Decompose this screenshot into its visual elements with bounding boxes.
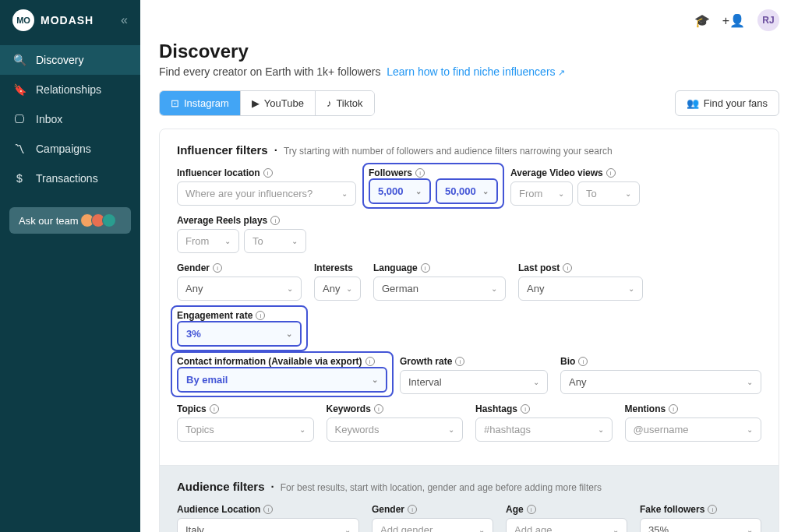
last-post-select[interactable]: Any⌄ <box>518 277 643 301</box>
collapse-sidebar-icon[interactable]: « <box>121 13 128 27</box>
chevron-down-icon: ⌄ <box>747 378 753 386</box>
sidebar-item-transactions[interactable]: $ Transactions <box>0 164 140 193</box>
find-fans-button[interactable]: 👥 Find your fans <box>675 90 779 116</box>
info-icon[interactable]: i <box>415 168 425 178</box>
field-topics: Topicsi Topics⌄ <box>177 403 314 442</box>
section-title: Influencer filters· Try starting with nu… <box>177 143 761 157</box>
chevron-down-icon: ⌄ <box>291 237 298 245</box>
info-icon[interactable]: i <box>521 404 530 414</box>
brand-name: MODASH <box>41 14 94 26</box>
field-contact-info: Contact information (Available via expor… <box>177 356 387 394</box>
search-icon: 🔍 <box>12 53 26 67</box>
info-icon[interactable]: i <box>270 216 280 225</box>
ask-team-label: Ask our team <box>19 215 79 227</box>
logo[interactable]: MO MODASH <box>12 9 94 31</box>
field-last-post: Last posti Any⌄ <box>518 262 643 301</box>
info-icon[interactable]: i <box>563 263 572 273</box>
ask-team-button[interactable]: Ask our team <box>9 207 131 234</box>
tab-label: Tiktok <box>336 97 362 109</box>
logo-icon: MO <box>12 9 34 31</box>
info-icon[interactable]: i <box>210 404 219 414</box>
field-audience-location: Audience Locationi Italy⌄ <box>177 504 359 532</box>
sidebar-item-discovery[interactable]: 🔍 Discovery <box>0 45 140 75</box>
info-icon[interactable]: i <box>669 404 678 414</box>
subtitle-text: Find every creator on Earth with 1k+ fol… <box>159 65 380 78</box>
info-icon[interactable]: i <box>527 505 536 514</box>
tab-instagram[interactable]: ⊡ Instagram <box>160 91 241 115</box>
field-influencer-location: Influencer locationi Where are your infl… <box>177 167 356 206</box>
fake-followers-select[interactable]: 35%⌄ <box>640 518 761 532</box>
chevron-down-icon: ⌄ <box>747 425 753 434</box>
page-title: Discovery <box>159 41 779 62</box>
sidebar-item-label: Inbox <box>36 113 62 125</box>
influencer-filters-section: Influencer filters· Try starting with nu… <box>160 129 779 466</box>
platform-tabs: ⊡ Instagram ▶ YouTube ♪ Tiktok <box>159 90 375 116</box>
users-icon: 👥 <box>687 97 699 109</box>
avg-video-to-select[interactable]: To⌄ <box>577 181 640 206</box>
followers-max-select[interactable]: 50,000⌄ <box>436 178 498 204</box>
team-avatars <box>83 213 116 227</box>
learn-niche-link[interactable]: Learn how to find niche influencers ↗ <box>387 65 565 78</box>
topics-select[interactable]: Topics⌄ <box>177 417 314 442</box>
bio-select[interactable]: Any⌄ <box>560 370 761 394</box>
sidebar: MO MODASH « 🔍 Discovery 🔖 Relationships … <box>0 0 140 532</box>
mentions-select[interactable]: @username⌄ <box>625 417 762 442</box>
info-icon[interactable]: i <box>455 357 464 366</box>
section-title: Audience filters· For best results, star… <box>177 480 761 493</box>
sidebar-item-label: Transactions <box>36 172 98 185</box>
chevron-down-icon: ⌄ <box>478 526 485 532</box>
tab-youtube[interactable]: ▶ YouTube <box>241 91 316 115</box>
influencer-location-select[interactable]: Where are your influencers?⌄ <box>177 181 356 206</box>
hashtags-select[interactable]: #hashtags⌄ <box>475 417 613 442</box>
info-icon[interactable]: i <box>408 505 417 514</box>
gender-select[interactable]: Any⌄ <box>177 277 302 301</box>
field-interests: Interests Any⌄ <box>314 262 361 301</box>
field-keywords: Keywordsi Keywords⌄ <box>327 403 464 442</box>
followers-min-select[interactable]: 5,000⌄ <box>369 178 431 204</box>
field-followers: Followersi 5,000⌄ 50,000⌄ <box>369 167 498 206</box>
field-language: Languagei German⌄ <box>373 262 506 301</box>
sidebar-item-relationships[interactable]: 🔖 Relationships <box>0 75 140 104</box>
external-link-icon: ↗ <box>558 68 565 77</box>
audience-age-select[interactable]: Add age⌄ <box>506 518 627 532</box>
info-icon[interactable]: i <box>578 357 588 366</box>
youtube-icon: ▶ <box>252 97 260 109</box>
field-growth-rate: Growth ratei Interval⌄ <box>400 356 548 394</box>
info-icon[interactable]: i <box>256 311 265 320</box>
sidebar-item-inbox[interactable]: 🖵 Inbox <box>0 104 140 134</box>
avg-video-from-select[interactable]: From⌄ <box>510 181 573 206</box>
field-hashtags: Hashtagsi #hashtags⌄ <box>475 403 613 442</box>
sidebar-item-label: Campaigns <box>36 143 91 155</box>
chevron-down-icon: ⌄ <box>482 187 489 196</box>
info-icon[interactable]: i <box>263 168 273 178</box>
info-icon[interactable]: i <box>708 505 717 514</box>
info-icon[interactable]: i <box>263 505 273 514</box>
engagement-rate-select[interactable]: 3%⌄ <box>177 321 302 347</box>
keywords-select[interactable]: Keywords⌄ <box>327 417 464 442</box>
tiktok-icon: ♪ <box>327 97 332 109</box>
audience-gender-select[interactable]: Add gender⌄ <box>372 518 493 532</box>
chevron-down-icon: ⌄ <box>287 284 293 293</box>
sidebar-item-label: Relationships <box>36 83 101 96</box>
info-icon[interactable]: i <box>606 168 616 178</box>
bookmark-icon: 🔖 <box>12 83 26 97</box>
graduation-icon[interactable]: 🎓 <box>694 13 710 28</box>
language-select[interactable]: German⌄ <box>373 277 506 301</box>
info-icon[interactable]: i <box>365 357 375 366</box>
info-icon[interactable]: i <box>421 263 430 273</box>
user-avatar[interactable]: RJ <box>757 9 779 31</box>
tab-tiktok[interactable]: ♪ Tiktok <box>316 91 374 115</box>
interests-select[interactable]: Any⌄ <box>314 277 361 301</box>
chevron-down-icon: ⌄ <box>341 189 348 198</box>
audience-location-select[interactable]: Italy⌄ <box>177 518 359 532</box>
logo-row: MO MODASH « <box>0 9 140 31</box>
growth-rate-select[interactable]: Interval⌄ <box>400 370 548 394</box>
info-icon[interactable]: i <box>213 263 222 273</box>
avg-reels-to-select[interactable]: To⌄ <box>244 229 306 253</box>
info-icon[interactable]: i <box>374 404 383 414</box>
chevron-down-icon: ⌄ <box>747 526 753 532</box>
sidebar-item-campaigns[interactable]: 〽 Campaigns <box>0 134 140 164</box>
contact-info-select[interactable]: By email⌄ <box>177 367 387 393</box>
avg-reels-from-select[interactable]: From⌄ <box>177 229 239 253</box>
add-user-icon[interactable]: +👤 <box>722 13 745 28</box>
